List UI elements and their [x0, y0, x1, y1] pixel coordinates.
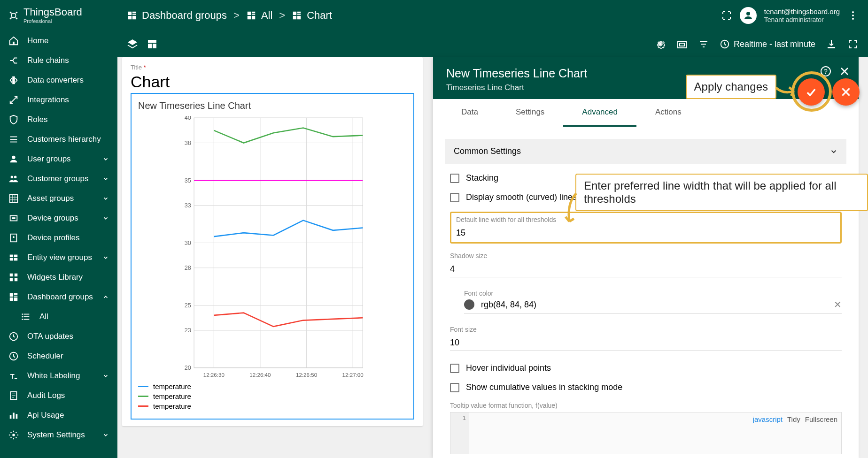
- svg-point-42: [22, 313, 23, 315]
- sidebar-item-home[interactable]: Home: [0, 31, 117, 51]
- linewidth-input[interactable]: [456, 225, 836, 241]
- svg-line-7: [11, 17, 12, 18]
- breadcrumb-all[interactable]: All: [246, 9, 272, 22]
- hover-row[interactable]: Hover individual points: [450, 363, 842, 373]
- tab-advanced[interactable]: Advanced: [563, 99, 636, 127]
- tab-actions[interactable]: Actions: [636, 99, 700, 127]
- layout-icon[interactable]: [147, 38, 158, 50]
- legend-item[interactable]: temperature: [138, 402, 407, 410]
- svg-rect-28: [10, 258, 13, 261]
- more-vert-icon[interactable]: [847, 10, 859, 21]
- sidebar-item-audit-logs[interactable]: Audit Logs: [0, 386, 117, 405]
- sidebar-item-data-converters[interactable]: Data converters: [0, 70, 117, 90]
- svg-point-75: [852, 18, 854, 20]
- fontsize-input[interactable]: [450, 335, 842, 351]
- time-window[interactable]: Realtime - last minute: [720, 39, 815, 49]
- title-label: Title: [131, 64, 414, 71]
- sidebar-item-dashboard-groups[interactable]: Dashboard groups: [0, 287, 117, 307]
- sidebar-item-widgets-library[interactable]: Widgets Library: [0, 267, 117, 287]
- sidebar-item-scheduler[interactable]: Scheduler: [0, 346, 117, 366]
- avatar[interactable]: [740, 7, 757, 24]
- svg-text:40: 40: [185, 116, 191, 121]
- sidebar-item-entity-view-groups[interactable]: Entity view groups: [0, 248, 117, 267]
- sidebar-item-all[interactable]: All: [0, 307, 117, 327]
- fontcolor-value[interactable]: rgb(84, 84, 84): [481, 300, 536, 310]
- breadcrumb-dashboard-groups[interactable]: Dashboard groups: [127, 9, 227, 22]
- svg-point-25: [13, 236, 15, 238]
- cumulative-row[interactable]: Show cumulative values in stacking mode: [450, 382, 842, 392]
- widget-title: New Timeseries Line Chart: [138, 100, 407, 111]
- sidebar-item-rule-chains[interactable]: Rule chains: [0, 51, 117, 70]
- section-common-settings[interactable]: Common Settings: [445, 139, 846, 164]
- svg-rect-30: [10, 274, 13, 276]
- tab-data[interactable]: Data: [442, 99, 497, 127]
- logo[interactable]: ThingsBoard Professional: [0, 0, 117, 31]
- sidebar-item-user-groups[interactable]: User groups: [0, 149, 117, 169]
- legend-item[interactable]: temperature: [138, 392, 407, 400]
- dashboard-icon: [8, 292, 19, 302]
- callout-linewidth: Enter preferred line width that will be …: [575, 174, 868, 211]
- tooltip-fn-editor[interactable]: 1 javascript Tidy Fullscreen: [450, 412, 842, 454]
- svg-rect-66: [252, 16, 255, 19]
- sidebar-item-api-usage[interactable]: Api Usage: [0, 405, 117, 425]
- svg-rect-69: [297, 14, 301, 15]
- svg-rect-34: [10, 293, 13, 297]
- sidebar-item-system-settings[interactable]: System Settings: [0, 425, 117, 445]
- close-icon[interactable]: [839, 66, 850, 77]
- svg-text:23: 23: [185, 327, 191, 334]
- chevron-down-icon: [102, 432, 109, 438]
- shadow-input[interactable]: [450, 261, 842, 277]
- sidebar-item-asset-groups[interactable]: Asset groups: [0, 189, 117, 208]
- audit-icon: [8, 390, 19, 401]
- svg-point-74: [852, 15, 854, 16]
- hover-checkbox[interactable]: [450, 364, 459, 373]
- fullscreen-icon[interactable]: [721, 10, 732, 21]
- sidebar-item-roles[interactable]: Roles: [0, 110, 117, 130]
- svg-rect-23: [12, 217, 15, 219]
- sidebar-item-customers-hierarchy[interactable]: Customers hierarchy: [0, 130, 117, 149]
- color-swatch[interactable]: [464, 299, 474, 310]
- filter-icon[interactable]: [698, 38, 709, 50]
- sidebar-item-integrations[interactable]: Integrations: [0, 90, 117, 110]
- svg-rect-67: [293, 12, 296, 15]
- svg-rect-68: [297, 12, 301, 14]
- smooth-checkbox[interactable]: [450, 193, 459, 202]
- gear-icon[interactable]: [655, 38, 666, 50]
- editor-fullscreen[interactable]: Fullscreen: [805, 415, 837, 423]
- clear-color-icon[interactable]: ✕: [834, 299, 842, 310]
- sidebar-item-device-profiles[interactable]: Device profiles: [0, 228, 117, 248]
- card-title[interactable]: Chart: [131, 73, 414, 91]
- dashboard-icon: [246, 10, 256, 21]
- apply-button[interactable]: [798, 78, 825, 106]
- dashboard-toolbar: Realtime - last minute: [117, 31, 868, 57]
- svg-rect-33: [15, 278, 17, 281]
- legend-item[interactable]: temperature: [138, 382, 407, 390]
- svg-rect-9: [13, 42, 15, 45]
- svg-text:35: 35: [185, 177, 191, 184]
- svg-point-16: [14, 176, 16, 179]
- chevron-down-icon: [102, 176, 109, 182]
- editor-tidy[interactable]: Tidy: [787, 415, 800, 423]
- tab-settings[interactable]: Settings: [497, 99, 563, 127]
- panel-title: New Timeseries Line Chart: [446, 67, 845, 80]
- editor-lang[interactable]: javascript: [753, 415, 783, 423]
- legend: temperaturetemperaturetemperature: [138, 382, 407, 410]
- sidebar-item-ota-updates[interactable]: OTA updates: [0, 327, 117, 346]
- layers-icon[interactable]: [127, 38, 138, 50]
- widget-preview[interactable]: New Timeseries Line Chart 20232528303335…: [131, 93, 414, 420]
- entity-alias-icon[interactable]: [676, 38, 688, 50]
- stacking-checkbox[interactable]: [450, 174, 459, 183]
- breadcrumb-chart[interactable]: Chart: [292, 9, 332, 22]
- legend-swatch: [138, 386, 148, 387]
- user-block[interactable]: tenant@thingsboard.org Tenant administra…: [764, 8, 840, 24]
- sidebar-item-white-labeling[interactable]: TWhite Labeling: [0, 366, 117, 386]
- ota-icon: [8, 331, 19, 342]
- export-icon[interactable]: [826, 38, 837, 50]
- sidebar-item-customer-groups[interactable]: Customer groups: [0, 169, 117, 189]
- cumulative-checkbox[interactable]: [450, 383, 459, 392]
- breadcrumb: Dashboard groups > All > Chart: [127, 9, 332, 22]
- sidebar-item-device-groups[interactable]: Device groups: [0, 208, 117, 228]
- cancel-button[interactable]: [832, 78, 860, 106]
- fullscreen-toolbar-icon[interactable]: [847, 38, 859, 50]
- nav: HomeRule chainsData convertersIntegratio…: [0, 31, 117, 458]
